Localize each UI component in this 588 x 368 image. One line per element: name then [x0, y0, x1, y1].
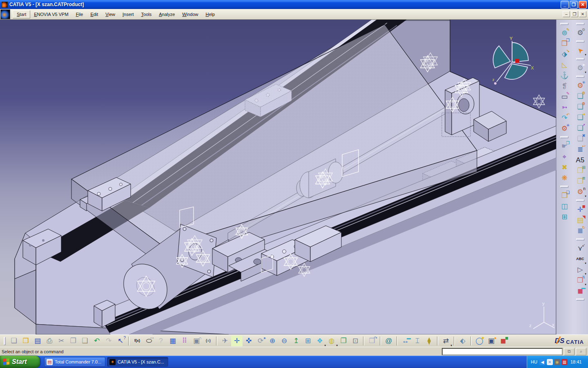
- fix-anchor-icon[interactable]: ⚓: [559, 70, 570, 81]
- toolbar-handle[interactable]: [576, 23, 584, 25]
- manipulation-icon[interactable]: ✛◼: [575, 204, 586, 215]
- volume-tray-icon[interactable]: ◉: [554, 359, 560, 365]
- new-icon[interactable]: ❏: [8, 336, 20, 346]
- new-product-icon[interactable]: ❏⚙: [575, 101, 586, 112]
- iso-view-icon[interactable]: ❖▾: [314, 336, 325, 346]
- flag-note-icon[interactable]: ▷▾: [575, 264, 586, 275]
- manage-representations-icon[interactable]: ❐≣: [575, 176, 586, 186]
- new-component-icon[interactable]: ⚙✳: [575, 80, 586, 91]
- toolbar-handle[interactable]: [576, 200, 584, 202]
- fly-mode-icon[interactable]: ✈: [219, 336, 231, 346]
- toolbar-handle[interactable]: [560, 136, 568, 138]
- rules-icon[interactable]: {≡}: [203, 336, 214, 346]
- clash-detection-icon[interactable]: ◼▬: [575, 285, 586, 296]
- toolbar-handle[interactable]: [560, 186, 568, 188]
- catalog-icon[interactable]: ◯★: [474, 336, 485, 346]
- menu-analyze[interactable]: Analyze: [155, 11, 178, 18]
- render-tools-icon[interactable]: ▣●: [486, 336, 497, 346]
- formula-icon[interactable]: f(x): [131, 336, 143, 346]
- tree-view-icon[interactable]: ⊞: [559, 211, 570, 222]
- minimize-button[interactable]: _: [561, 1, 569, 9]
- hide-show-icon[interactable]: ❐: [338, 336, 349, 346]
- render-style-icon[interactable]: ◍▾: [326, 336, 337, 346]
- hide-icons-chevron[interactable]: ◀: [539, 359, 546, 365]
- app-tray-icon[interactable]: ▥: [561, 359, 568, 365]
- menu-start[interactable]: Start: [13, 10, 30, 18]
- messenger-tray-icon[interactable]: ✕: [547, 359, 553, 365]
- menu-tools[interactable]: Tools: [138, 11, 156, 18]
- task-total-commander[interactable]: ▤Total Commander 7.0...: [44, 357, 105, 367]
- redo-icon[interactable]: ↷: [103, 336, 114, 346]
- snap-swoosh-icon[interactable]: ↷↶: [559, 112, 570, 123]
- assemble-icon[interactable]: ⬗➘: [559, 49, 570, 59]
- mdi-minimize-button[interactable]: –: [563, 11, 570, 17]
- menu-insert[interactable]: Insert: [119, 11, 138, 18]
- toolbar-handle[interactable]: [560, 23, 568, 25]
- existing-component-positioned-icon[interactable]: ❏➚: [575, 123, 586, 133]
- lock-icon[interactable]: ▣∩: [191, 336, 202, 346]
- measure-tool-icon[interactable]: ◺: [559, 59, 570, 70]
- weld-planner-icon[interactable]: ⋎↙: [575, 243, 586, 254]
- swap-visible-icon[interactable]: ⊡: [350, 336, 361, 346]
- cut-icon[interactable]: ✂: [56, 336, 67, 346]
- menu-window[interactable]: Window: [178, 11, 202, 18]
- generate-numbering-icon[interactable]: A5: [575, 155, 586, 165]
- explode-icon[interactable]: ⌖: [559, 151, 570, 162]
- toolbar-handle[interactable]: [4, 337, 6, 345]
- multi-view-icon[interactable]: ⊞: [302, 336, 314, 346]
- save-icon[interactable]: ▤: [32, 336, 43, 346]
- clock[interactable]: 18:41: [570, 359, 582, 364]
- expand-command-button[interactable]: ⧉: [564, 348, 575, 355]
- box-stack-icon[interactable]: ❐❏: [559, 190, 570, 201]
- close-button[interactable]: ✕: [579, 1, 587, 9]
- smart-move-blocks-icon[interactable]: ▤◥: [575, 215, 586, 225]
- menu-enovia[interactable]: ENOVIA V5 VPM: [30, 11, 72, 18]
- selection-sets-icon[interactable]: ⚙➤▾: [575, 63, 586, 73]
- update-spin-icon[interactable]: @: [383, 336, 394, 346]
- toolbar-handle[interactable]: [576, 76, 584, 78]
- product-structure-icon[interactable]: ❒❒: [559, 38, 570, 49]
- rotate-icon[interactable]: ⟳●: [255, 336, 266, 346]
- toolbar-handle[interactable]: [576, 238, 584, 240]
- apply-material-icon[interactable]: ◼◼: [497, 336, 509, 346]
- pan-icon[interactable]: ✜: [243, 336, 254, 346]
- knowledge-bubble-icon[interactable]: ⬭⋯: [143, 336, 155, 346]
- quick-constraint-icon[interactable]: ▭✎: [559, 91, 570, 102]
- start-button[interactable]: Start: [0, 356, 40, 368]
- zoom-in-icon[interactable]: ⊕: [267, 336, 278, 346]
- fit-all-icon[interactable]: ✛: [231, 336, 243, 346]
- manipulate-hand-icon[interactable]: ☛❒: [559, 141, 570, 151]
- measure-inertia-icon[interactable]: ⧫: [423, 336, 435, 346]
- command-input[interactable]: [442, 348, 563, 355]
- update-icon[interactable]: ⚙⚙: [575, 27, 586, 38]
- menu-help[interactable]: Help: [202, 11, 219, 18]
- menu-file[interactable]: File: [72, 11, 87, 18]
- smart-move-icon[interactable]: ➳: [559, 102, 570, 112]
- restore-button[interactable]: ❐: [570, 1, 578, 9]
- mdi-close-button[interactable]: ✕: [579, 11, 586, 17]
- new-part-icon[interactable]: ❏⚙: [575, 91, 586, 101]
- reorder-children-icon[interactable]: ≣↻: [575, 225, 586, 236]
- snap-icon[interactable]: ⇄▾: [440, 336, 452, 346]
- spread-arrows-icon[interactable]: ✖: [559, 162, 570, 173]
- zoom-out-icon[interactable]: ⊖: [278, 336, 290, 346]
- fast-multi-instantiation-icon[interactable]: ❏✖: [575, 133, 586, 144]
- multi-instantiation-icon[interactable]: ⚙n▾: [575, 186, 586, 197]
- normal-view-icon[interactable]: ↥: [290, 336, 302, 346]
- measure-item-icon[interactable]: ⌶: [412, 336, 423, 346]
- attach-paperclip-icon[interactable]: ❡: [559, 81, 570, 91]
- graph-tree-reordering-icon[interactable]: ≣↩: [575, 144, 586, 155]
- toolbar-handle[interactable]: [576, 40, 584, 43]
- language-indicator[interactable]: HU: [531, 359, 537, 364]
- toolbar-handle[interactable]: [576, 58, 584, 60]
- select-icon[interactable]: ➤▾: [575, 45, 586, 56]
- open-icon[interactable]: ❒: [20, 336, 31, 346]
- view-manipulation-icon[interactable]: ⊚✎: [559, 27, 570, 38]
- text-annotation-icon[interactable]: ABC▾: [575, 254, 586, 264]
- task-catia[interactable]: ✶CATIA V5 - [X szan.C...: [107, 357, 168, 367]
- paste-icon[interactable]: ❑: [79, 336, 91, 346]
- selective-load-icon[interactable]: ❐⊞: [575, 165, 586, 176]
- whats-this-icon[interactable]: ↖?: [115, 336, 126, 346]
- menu-view[interactable]: View: [102, 11, 119, 18]
- knowledge-inspector-icon[interactable]: ?: [155, 336, 167, 346]
